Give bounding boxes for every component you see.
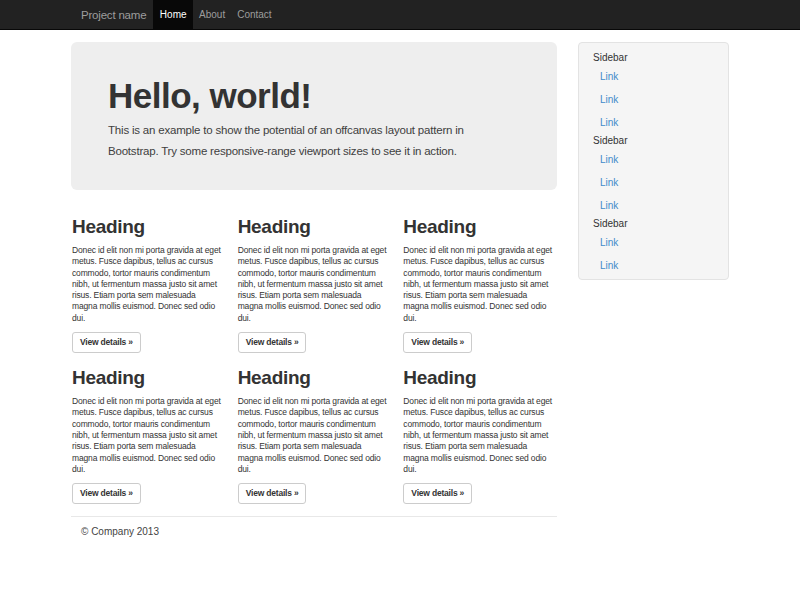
card-heading: Heading (403, 215, 557, 239)
view-details-button[interactable]: View details » (403, 332, 472, 353)
content-card: Heading Donec id elit non mi porta gravi… (238, 215, 392, 353)
nav-item-about[interactable]: About (193, 0, 231, 30)
sidebar-link-list: Link Link Link (579, 65, 728, 134)
view-details-button[interactable]: View details » (72, 483, 141, 504)
sidebar-link[interactable]: Link (579, 88, 728, 111)
content-card: Heading Donec id elit non mi porta gravi… (72, 366, 226, 504)
card-heading: Heading (238, 366, 392, 390)
sidebar-group-label: Sidebar (579, 51, 728, 65)
sidebar-panel: Sidebar Link Link Link Sidebar Link Link… (578, 42, 729, 280)
card-heading: Heading (72, 366, 226, 390)
sidebar-link[interactable]: Link (579, 194, 728, 217)
sidebar-group-label: Sidebar (579, 217, 728, 231)
card-body: Donec id elit non mi porta gravida at eg… (238, 396, 392, 475)
content-card: Heading Donec id elit non mi porta gravi… (403, 366, 557, 504)
brand-link[interactable]: Project name (71, 0, 153, 30)
sidebar-link[interactable]: Link (579, 65, 728, 88)
view-details-button[interactable]: View details » (403, 483, 472, 504)
content-card: Heading Donec id elit non mi porta gravi… (403, 215, 557, 353)
sidebar-group: Sidebar Link Link Link (579, 134, 728, 217)
navbar-menu: Home About Contact (153, 0, 277, 30)
nav-item-contact[interactable]: Contact (231, 0, 277, 30)
view-details-button[interactable]: View details » (72, 332, 141, 353)
main-content: Hello, world! This is an example to show… (71, 42, 557, 537)
card-body: Donec id elit non mi porta gravida at eg… (72, 396, 226, 475)
content-card: Heading Donec id elit non mi porta gravi… (238, 366, 392, 504)
nav-item-home[interactable]: Home (153, 0, 193, 30)
jumbotron-subtitle: This is an example to show the potential… (108, 120, 520, 162)
sidebar-group: Sidebar Link Link (579, 217, 728, 277)
view-details-button[interactable]: View details » (238, 332, 307, 353)
card-heading: Heading (72, 215, 226, 239)
page-container: Hello, world! This is an example to show… (71, 42, 729, 537)
sidebar-group: Sidebar Link Link Link (579, 51, 728, 134)
sidebar: Sidebar Link Link Link Sidebar Link Link… (578, 42, 729, 537)
jumbotron: Hello, world! This is an example to show… (71, 42, 557, 190)
card-body: Donec id elit non mi porta gravida at eg… (403, 245, 557, 324)
card-body: Donec id elit non mi porta gravida at eg… (238, 245, 392, 324)
navbar: Project name Home About Contact (0, 0, 800, 30)
sidebar-link[interactable]: Link (579, 254, 728, 277)
footer-divider (71, 516, 557, 517)
sidebar-link[interactable]: Link (579, 231, 728, 254)
copyright-text: © Company 2013 (71, 526, 557, 537)
cards-row-1: Heading Donec id elit non mi porta gravi… (71, 215, 557, 353)
sidebar-link-list: Link Link (579, 231, 728, 277)
sidebar-link-list: Link Link Link (579, 148, 728, 217)
content-card: Heading Donec id elit non mi porta gravi… (72, 215, 226, 353)
cards-row-2: Heading Donec id elit non mi porta gravi… (71, 366, 557, 504)
card-body: Donec id elit non mi porta gravida at eg… (72, 245, 226, 324)
card-heading: Heading (403, 366, 557, 390)
card-body: Donec id elit non mi porta gravida at eg… (403, 396, 557, 475)
page-title: Hello, world! (108, 74, 520, 118)
sidebar-link[interactable]: Link (579, 171, 728, 194)
sidebar-group-label: Sidebar (579, 134, 728, 148)
navbar-container: Project name Home About Contact (71, 0, 729, 30)
sidebar-link[interactable]: Link (579, 148, 728, 171)
card-heading: Heading (238, 215, 392, 239)
view-details-button[interactable]: View details » (238, 483, 307, 504)
main-row: Hello, world! This is an example to show… (71, 42, 729, 537)
sidebar-link[interactable]: Link (579, 111, 728, 134)
